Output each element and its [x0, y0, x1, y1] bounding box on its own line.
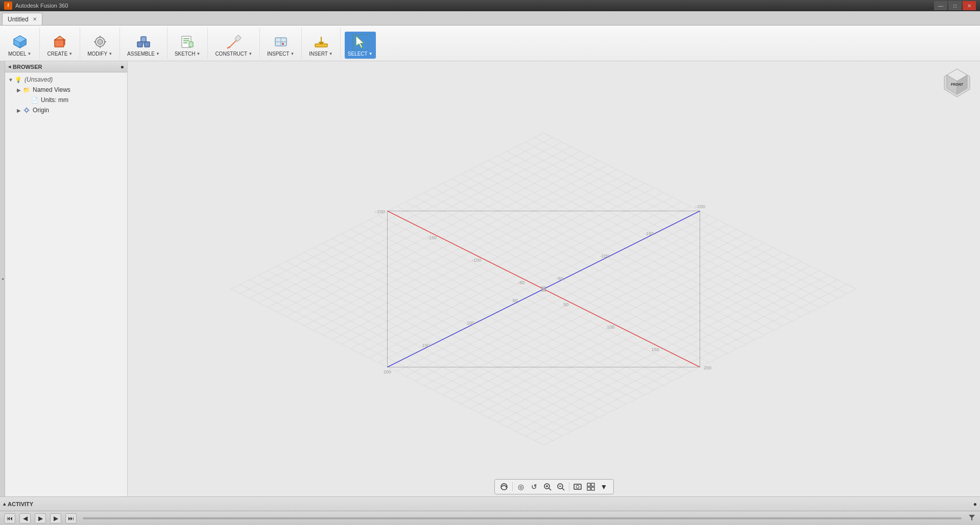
inspect-label: INSPECT ▼ [267, 51, 294, 57]
tree-icon-units: 📄 [31, 96, 39, 104]
svg-line-22 [228, 47, 230, 48]
zoom-out-button[interactable] [555, 481, 567, 492]
sketch-icon [179, 34, 196, 50]
view-cube[interactable]: FRONT [939, 66, 975, 102]
select-label: SELECT ▼ [348, 51, 373, 57]
select-icon [352, 34, 368, 50]
construct-icon [226, 34, 242, 50]
timeline-next-button[interactable]: ▶ [50, 513, 61, 523]
model-icon [12, 34, 28, 50]
svg-marker-58 [969, 515, 975, 520]
create-label: CREATE ▼ [47, 51, 73, 57]
ribbon: MODEL ▼ CREATE ▼ [0, 26, 980, 61]
tree-toggle-origin[interactable]: ▶ [15, 108, 22, 113]
modify-button[interactable]: MODIFY ▼ [84, 32, 115, 59]
model-button[interactable]: MODEL ▼ [5, 32, 34, 59]
display-settings-button[interactable] [571, 481, 584, 492]
ribbon-inspect-group[interactable]: INSPECT ▼ [260, 28, 302, 59]
ribbon-insert-group[interactable]: INSERT ▼ [302, 28, 340, 59]
activity-collapse-icon[interactable]: ▴ [3, 501, 6, 507]
activity-label: ACTIVITY [8, 501, 33, 507]
model-label: MODEL ▼ [8, 51, 31, 57]
tree-item-units[interactable]: 📄 Units: mm [5, 95, 127, 105]
timeline-prev-button[interactable]: ◀ [19, 513, 31, 523]
svg-rect-57 [591, 487, 594, 490]
browser-panel: ◂ BROWSER ● ▼ 💡 (Unsaved) ▶ 📁 Named View… [5, 61, 128, 496]
app-title: Autodesk Fusion 360 [15, 3, 934, 9]
tree-item-named-views[interactable]: ▶ 📁 Named Views [5, 85, 127, 95]
grid-settings-button[interactable] [585, 481, 597, 492]
tab-label: Untitled [8, 16, 29, 23]
insert-button[interactable]: INSERT ▼ [306, 32, 336, 59]
timeline-next-end-button[interactable]: ⏭ [65, 513, 77, 523]
tree-icon-origin [22, 106, 31, 114]
svg-rect-14 [141, 37, 146, 42]
timeline-track[interactable] [83, 517, 962, 519]
grid-canvas [128, 61, 980, 496]
fit-button[interactable]: ◎ [515, 481, 527, 492]
create-button[interactable]: CREATE ▼ [44, 32, 76, 59]
ribbon-construct-group[interactable]: CONSTRUCT ▼ [208, 28, 260, 59]
inspect-icon [273, 34, 289, 50]
sketch-button[interactable]: SKETCH ▼ [172, 32, 203, 59]
panel-collapse-handle[interactable]: ◂ [0, 61, 5, 496]
tree-label-root: (Unsaved) [25, 76, 53, 83]
tree-label-units: Units: mm [41, 96, 68, 104]
timeline-filter-button[interactable] [968, 513, 976, 523]
svg-line-46 [549, 488, 551, 490]
svg-rect-13 [145, 42, 150, 47]
ribbon-sketch-group[interactable]: SKETCH ▼ [168, 28, 208, 59]
modify-icon [92, 34, 108, 50]
browser-header: ◂ BROWSER ● [5, 61, 127, 72]
viewport[interactable]: FRONT ◎ ↺ ▼ [128, 61, 980, 496]
tree-icon-named-views: 📁 [22, 86, 31, 94]
app-icon: f [4, 2, 12, 10]
assemble-label: ASSEMBLE ▼ [127, 51, 160, 57]
modify-label: MODIFY ▼ [87, 51, 112, 57]
tab-close-button[interactable]: ✕ [33, 16, 37, 22]
ribbon-assemble-group[interactable]: ASSEMBLE ▼ [120, 28, 168, 59]
tree-item-origin[interactable]: ▶ Origin [5, 105, 127, 115]
timeline-prev-start-button[interactable]: ⏮ [4, 513, 15, 523]
assemble-button[interactable]: ASSEMBLE ▼ [124, 32, 163, 59]
svg-rect-54 [587, 483, 590, 486]
select-button[interactable]: SELECT ▼ [345, 32, 376, 59]
ribbon-create-group[interactable]: CREATE ▼ [40, 28, 80, 59]
tree-icon-root: 💡 [14, 76, 22, 84]
timeline-play-button[interactable]: ▶ [35, 513, 46, 523]
ribbon-select-group[interactable]: SELECT ▼ [341, 28, 380, 59]
orbit-button[interactable] [498, 481, 510, 492]
maximize-button[interactable]: □ [948, 1, 962, 10]
sketch-label: SKETCH ▼ [175, 51, 200, 57]
close-button[interactable]: ✕ [963, 1, 976, 10]
tree-toggle-named-views[interactable]: ▶ [15, 87, 22, 93]
document-tab[interactable]: Untitled ✕ [2, 13, 42, 25]
title-bar: f Autodesk Fusion 360 — □ ✕ [0, 0, 980, 11]
browser-pin-icon[interactable]: ● [121, 63, 124, 70]
view-options-button[interactable]: ▼ [598, 481, 610, 492]
toolbar-separator-1 [512, 482, 513, 491]
assemble-icon [135, 34, 152, 50]
browser-collapse-icon[interactable]: ◂ [8, 64, 11, 69]
svg-marker-31 [356, 36, 364, 48]
minimize-button[interactable]: — [934, 1, 947, 10]
svg-rect-55 [591, 483, 594, 486]
svg-text:FRONT: FRONT [951, 83, 964, 86]
activity-pin-icon[interactable]: ● [973, 501, 977, 508]
tree-toggle-root[interactable]: ▼ [7, 77, 14, 83]
tree-item-root[interactable]: ▼ 💡 (Unsaved) [5, 74, 127, 85]
construct-button[interactable]: CONSTRUCT ▼ [212, 32, 255, 59]
svg-marker-4 [55, 36, 65, 40]
ribbon-model-group[interactable]: MODEL ▼ [0, 28, 40, 59]
ribbon-modify-group[interactable]: MODIFY ▼ [80, 28, 120, 59]
construct-label: CONSTRUCT ▼ [215, 51, 252, 57]
svg-point-27 [282, 43, 284, 45]
rotate-button[interactable]: ↺ [528, 481, 540, 492]
browser-tree: ▼ 💡 (Unsaved) ▶ 📁 Named Views 📄 Units: m… [5, 72, 127, 496]
svg-rect-12 [137, 42, 142, 47]
svg-rect-3 [55, 40, 64, 47]
zoom-in-button[interactable] [541, 481, 554, 492]
inspect-button[interactable]: INSPECT ▼ [264, 32, 297, 59]
svg-point-7 [98, 39, 103, 44]
viewport-toolbar: ◎ ↺ ▼ [494, 479, 614, 494]
